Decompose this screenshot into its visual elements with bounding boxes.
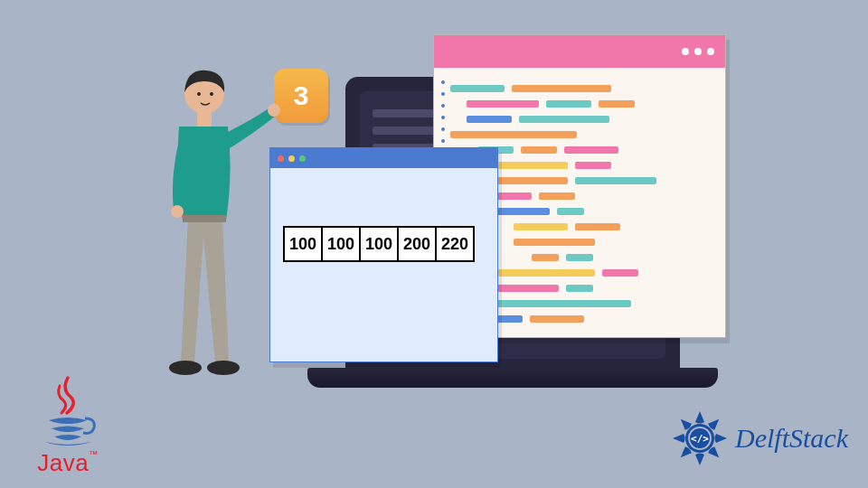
svg-point-7	[210, 92, 213, 96]
array-popup-titlebar	[270, 148, 497, 168]
svg-text:</>: </>	[691, 433, 709, 445]
window-dot-icon	[682, 48, 689, 55]
delftstack-mandala-icon: </>	[672, 410, 728, 466]
laptop-base	[307, 368, 718, 388]
svg-point-3	[171, 205, 184, 218]
svg-rect-8	[183, 215, 226, 222]
code-editor-titlebar	[434, 35, 725, 68]
illustration-scene: 100 100 100 200 220 3	[0, 0, 868, 488]
svg-point-0	[169, 361, 202, 375]
array-cell: 220	[435, 226, 475, 262]
traffic-light-yellow-icon	[288, 155, 295, 162]
traffic-light-green-icon	[299, 155, 306, 162]
array-popup-window: 100 100 100 200 220	[269, 147, 498, 362]
svg-point-1	[207, 361, 240, 375]
array-table: 100 100 100 200 220	[283, 226, 475, 262]
array-cell: 100	[359, 226, 399, 262]
delftstack-logo: </> DelftStack	[672, 410, 848, 466]
count-badge: 3	[274, 69, 328, 123]
window-dot-icon	[694, 48, 702, 55]
array-cell: 100	[283, 226, 323, 262]
java-cup-icon	[36, 373, 99, 446]
delftstack-logo-text: DelftStack	[735, 423, 848, 454]
person-illustration	[136, 56, 280, 381]
svg-point-2	[268, 104, 280, 117]
array-cell: 100	[321, 226, 361, 262]
java-logo: Java™	[18, 373, 118, 477]
java-logo-text: Java™	[18, 449, 118, 477]
array-cell: 200	[397, 226, 437, 262]
window-dot-icon	[707, 48, 714, 55]
svg-point-6	[197, 92, 201, 96]
